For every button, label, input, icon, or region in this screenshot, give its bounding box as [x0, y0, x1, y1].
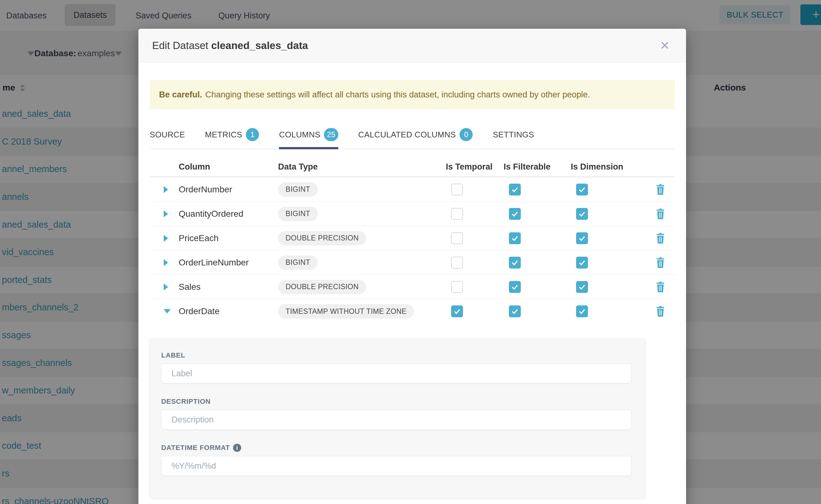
is-temporal-checkbox[interactable]: [451, 281, 463, 293]
is-dimension-checkbox[interactable]: [576, 184, 588, 195]
modal-header: Edit Dataset cleaned_sales_data ✕: [138, 29, 686, 62]
header-data-type: Data Type: [278, 162, 446, 172]
is-filterable-checkbox[interactable]: [509, 184, 521, 195]
datetime-format-input[interactable]: [161, 456, 631, 476]
column-name: QuantityOrdered: [179, 209, 243, 219]
label-field: LABEL: [161, 351, 631, 383]
description-field-label: DESCRIPTION: [161, 398, 210, 406]
expand-caret-icon[interactable]: [164, 186, 168, 193]
column-name: OrderLineNumber: [179, 258, 249, 268]
tab-calculated-columns[interactable]: CALCULATED COLUMNS0: [358, 124, 473, 149]
columns-table-header: Column Data Type Is Temporal Is Filterab…: [150, 157, 675, 177]
delete-column-icon[interactable]: [646, 282, 675, 292]
expand-caret-icon[interactable]: [164, 259, 168, 266]
is-filterable-checkbox[interactable]: [509, 208, 521, 220]
delete-column-icon[interactable]: [646, 306, 675, 317]
datetime-format-field-label: DATETIME FORMAT: [161, 444, 230, 452]
data-type-pill: DOUBLE PRECISION: [278, 231, 366, 245]
column-row: OrderLineNumberBIGINT: [150, 250, 675, 275]
is-filterable-checkbox[interactable]: [509, 305, 521, 317]
modal-title-prefix: Edit Dataset: [152, 40, 208, 51]
calculated-columns-count-badge: 0: [460, 128, 473, 141]
tab-settings[interactable]: SETTINGS: [493, 124, 534, 149]
is-temporal-checkbox[interactable]: [451, 184, 463, 195]
datetime-format-field: DATETIME FORMAT i: [161, 444, 631, 476]
column-name: OrderNumber: [179, 185, 232, 195]
columns-table-body: OrderNumberBIGINTQuantityOrderedBIGINTPr…: [150, 177, 675, 324]
header-is-temporal: Is Temporal: [446, 162, 504, 172]
tab-source[interactable]: SOURCE: [150, 124, 185, 149]
tab-columns[interactable]: COLUMNS25: [279, 124, 338, 149]
header-is-filterable: Is Filterable: [504, 162, 571, 172]
delete-column-icon[interactable]: [646, 184, 675, 195]
expand-caret-icon[interactable]: [164, 284, 168, 290]
column-row: SalesDOUBLE PRECISION: [150, 275, 675, 299]
description-input[interactable]: [161, 410, 631, 430]
expand-caret-icon[interactable]: [164, 235, 168, 242]
is-dimension-checkbox[interactable]: [576, 257, 588, 269]
is-dimension-checkbox[interactable]: [576, 232, 588, 244]
is-temporal-checkbox[interactable]: [451, 305, 463, 317]
is-temporal-checkbox[interactable]: [451, 232, 463, 244]
delete-column-icon[interactable]: [646, 233, 675, 244]
warning-text: Changing these settings will affect all …: [205, 90, 590, 100]
is-filterable-checkbox[interactable]: [509, 257, 521, 269]
modal-tabs: SOURCE METRICS1 COLUMNS25 CALCULATED COL…: [150, 124, 675, 149]
delete-column-icon[interactable]: [646, 257, 675, 268]
column-detail-panel: LABEL DESCRIPTION DATETIME FORMAT i: [150, 338, 645, 498]
is-dimension-checkbox[interactable]: [576, 305, 588, 317]
close-icon[interactable]: ✕: [656, 37, 674, 54]
data-type-pill: BIGINT: [278, 207, 318, 221]
column-row: QuantityOrderedBIGINT: [150, 202, 675, 226]
tab-metrics[interactable]: METRICS1: [205, 124, 259, 149]
data-type-pill: BIGINT: [278, 182, 318, 197]
column-name: PriceEach: [179, 233, 219, 243]
header-column: Column: [179, 162, 278, 172]
label-input[interactable]: [161, 363, 631, 383]
is-filterable-checkbox[interactable]: [509, 232, 521, 244]
data-type-pill: DOUBLE PRECISION: [278, 280, 366, 294]
is-temporal-checkbox[interactable]: [451, 257, 463, 269]
modal-title: Edit Dataset cleaned_sales_data: [152, 40, 308, 52]
info-icon[interactable]: i: [233, 444, 241, 452]
column-row: OrderDateTIMESTAMP WITHOUT TIME ZONE: [150, 299, 675, 324]
warning-banner: Be careful. Changing these settings will…: [150, 80, 675, 109]
is-dimension-checkbox[interactable]: [576, 281, 588, 293]
modal-title-dataset-name: cleaned_sales_data: [211, 40, 308, 51]
column-row: PriceEachDOUBLE PRECISION: [150, 226, 675, 250]
header-is-dimension: Is Dimension: [571, 162, 646, 172]
delete-column-icon[interactable]: [646, 209, 675, 219]
column-name: OrderDate: [179, 306, 220, 316]
data-type-pill: BIGINT: [278, 255, 318, 270]
edit-dataset-modal: Edit Dataset cleaned_sales_data ✕ Be car…: [138, 29, 686, 504]
expand-caret-icon[interactable]: [164, 210, 168, 217]
is-dimension-checkbox[interactable]: [576, 208, 588, 220]
data-type-pill: TIMESTAMP WITHOUT TIME ZONE: [278, 304, 414, 319]
column-name: Sales: [179, 282, 200, 292]
collapse-caret-icon[interactable]: [164, 309, 171, 314]
warning-bold-text: Be careful.: [159, 90, 202, 100]
columns-count-badge: 25: [324, 128, 338, 141]
is-filterable-checkbox[interactable]: [509, 281, 521, 293]
column-row: OrderNumberBIGINT: [150, 177, 675, 202]
modal-body: Be careful. Changing these settings will…: [138, 80, 686, 498]
description-field: DESCRIPTION: [161, 398, 631, 430]
is-temporal-checkbox[interactable]: [451, 208, 463, 220]
metrics-count-badge: 1: [246, 128, 259, 141]
screen: Databases Datasets Saved Queries Query H…: [0, 0, 821, 504]
label-field-label: LABEL: [161, 351, 185, 359]
